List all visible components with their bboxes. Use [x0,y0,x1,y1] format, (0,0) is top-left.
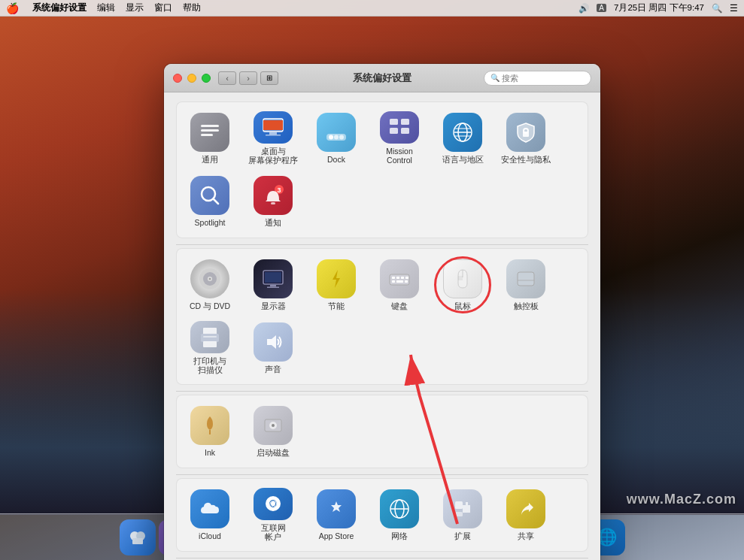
pref-energy[interactable]: 节能 [306,255,366,315]
pref-appstore[interactable]: App Store [306,485,366,545]
svg-rect-14 [401,128,409,134]
notify-label: 通知 [265,218,281,228]
svg-rect-0 [201,125,219,127]
pref-security[interactable]: 安全性与隐私 [496,108,556,168]
menu-display[interactable]: 显示 [126,2,144,14]
pref-trackpad[interactable]: 触控板 [496,255,556,315]
appstore-label: App Store [319,531,354,541]
desktop: 🍎 系统偏好设置 编辑 显示 窗口 帮助 🔊 A 7月25日 周四 下午9:47… [0,0,744,560]
share-label: 共享 [518,531,534,541]
menubar-right: 🔊 A 7月25日 周四 下午9:47 🔍 ☰ [578,2,738,14]
svg-rect-64 [455,512,463,516]
forward-button[interactable]: › [239,71,257,85]
startup-icon [254,406,293,445]
pref-mission[interactable]: MissionControl [369,108,430,168]
notify-icon: 3 [254,176,293,215]
menu-edit[interactable]: 编辑 [97,2,115,14]
extension-label: 扩展 [454,531,471,541]
pref-dock[interactable]: Dock [306,108,366,168]
pref-sound[interactable]: 声音 [243,318,303,378]
section-other: Ink 启动磁盘 [176,395,588,468]
dock-item-finder[interactable] [120,519,156,555]
ink-icon [190,406,229,445]
maximize-button[interactable] [202,74,211,83]
svg-rect-36 [390,274,409,285]
spotlight-label: Spotlight [195,218,226,228]
pref-ink[interactable]: Ink [180,401,240,462]
back-button[interactable]: ‹ [218,71,236,85]
menubar-left: 🍎 系统偏好设置 编辑 显示 窗口 帮助 [6,2,578,14]
input-indicator[interactable]: A [597,4,606,12]
mouse-label: 鼠标 [454,301,471,311]
personal-grid: 通用 桌面与屏幕保护程序 Dock [176,101,588,238]
pref-startup[interactable]: 启动磁盘 [243,401,303,462]
pref-desktop[interactable]: 桌面与屏幕保护程序 [243,108,303,168]
svg-rect-5 [269,132,277,135]
titlebar-nav: ‹ › [218,71,257,85]
cddvd-icon [190,259,229,298]
svg-point-10 [339,135,344,139]
apple-menu[interactable]: 🍎 [6,2,19,14]
pref-spotlight[interactable]: Spotlight [180,171,240,232]
menu-help[interactable]: 帮助 [183,2,201,14]
cddvd-label: CD 与 DVD [190,301,230,311]
mission-label: MissionControl [386,147,413,165]
search-icon[interactable]: 🔍 [712,3,722,14]
pref-cddvd[interactable]: CD 与 DVD [180,255,240,315]
svg-rect-39 [401,277,404,279]
pref-network[interactable]: 网络 [369,485,430,545]
volume-icon[interactable]: 🔊 [578,3,589,14]
app-menu-name[interactable]: 系统偏好设置 [32,2,87,14]
sound-icon [254,322,293,362]
pref-extension[interactable]: 扩展 [433,485,493,545]
energy-icon [317,259,356,298]
trackpad-icon [506,259,545,298]
divider-3 [176,474,588,475]
svg-rect-26 [271,202,275,204]
pref-lang[interactable]: 语言与地区 [433,108,493,168]
minimize-button[interactable] [187,74,196,83]
svg-text:@: @ [269,499,278,508]
pref-icloud[interactable]: iCloud [180,485,240,545]
pref-share[interactable]: 共享 [496,485,556,545]
printer-label: 打印机与扫描仪 [193,356,226,375]
svg-rect-48 [203,328,217,334]
pref-display[interactable]: 显示器 [243,255,303,315]
search-input[interactable] [502,74,585,83]
pref-mouse[interactable]: 鼠标 [433,255,493,315]
security-icon [506,113,545,152]
svg-rect-41 [396,280,403,283]
hardware-grid: CD 与 DVD 显示器 节能 [176,248,588,385]
titlebar: ‹ › ⊞ 系统偏好设置 🔍 [164,64,600,92]
section-hardware: CD 与 DVD 显示器 节能 [176,248,588,385]
lang-icon [443,113,482,152]
icloud-icon [190,489,229,528]
pref-printer[interactable]: 打印机与扫描仪 [180,318,240,378]
desktop-icon [254,111,293,144]
svg-rect-37 [392,277,395,279]
extension-icon [443,489,482,528]
general-icon [190,113,229,152]
svg-rect-11 [390,119,398,125]
pref-notify[interactable]: 3 通知 [243,171,303,232]
keyboard-icon [380,259,419,298]
pref-internet[interactable]: @ 互联网帐户 [243,485,303,545]
svg-rect-6 [266,135,281,136]
notification-icon[interactable]: ☰ [730,3,738,14]
close-button[interactable] [173,74,182,83]
svg-rect-46 [518,272,534,286]
menu-window[interactable]: 窗口 [154,2,172,14]
svg-rect-43 [405,277,408,279]
svg-marker-52 [267,335,276,349]
search-bar[interactable]: 🔍 [484,71,591,86]
menubar: 🍎 系统偏好设置 编辑 显示 窗口 帮助 🔊 A 7月25日 周四 下午9:47… [0,0,744,17]
network-label: 网络 [391,531,408,541]
svg-rect-4 [263,120,283,130]
pref-general[interactable]: 通用 [180,108,240,168]
svg-text:3: 3 [277,186,281,194]
display-icon [254,259,293,298]
svg-rect-33 [270,285,276,287]
pref-keyboard[interactable]: 键盘 [369,255,430,315]
grid-view-button[interactable]: ⊞ [260,71,278,85]
svg-rect-51 [203,336,217,338]
